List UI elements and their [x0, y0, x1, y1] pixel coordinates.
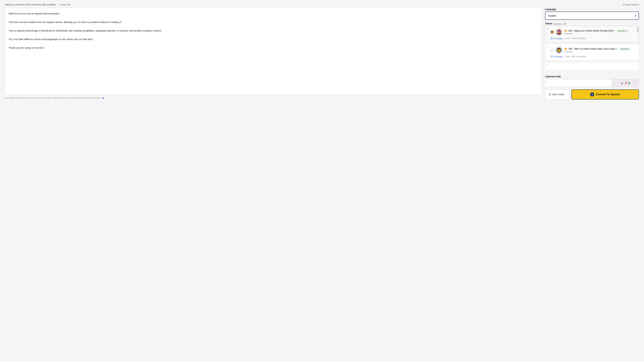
play-icon-2: ▶ — [550, 55, 553, 58]
convert-play-icon: ▶ — [590, 92, 594, 96]
voice-number-3: 3 — [547, 64, 548, 66]
clock-icon: ⊙ — [622, 3, 624, 6]
convert-to-speech-button[interactable]: ▶ Convert To Speech — [572, 90, 639, 100]
captcha-input[interactable] — [545, 79, 612, 87]
char-info: Maximum characters 2000 remaining 1584 a… — [5, 3, 56, 6]
voice-name-1: 🔥 148 - Alayna-us United States Female (… — [564, 29, 628, 32]
captcha-label: Captcha Code — [545, 75, 639, 78]
chevron-down-icon: ▾ — [638, 3, 639, 6]
footer-note: Limit 20000 characters per week (some vo… — [5, 97, 102, 99]
captcha-image: ◆ □ 7 - 3 — [612, 79, 639, 87]
example-button-2[interactable]: ▶ Example — [550, 55, 563, 58]
scrollbar[interactable] — [637, 28, 638, 32]
clear-text-button[interactable]: ◇ Clear Text — [58, 3, 70, 6]
voice-avatar-2: 🧔 — [555, 46, 563, 54]
voice-limit-1: ↓ Limit : 2000 Characters — [564, 37, 586, 40]
voice-card-2[interactable]: 2 🧔 🔥 788 - Alfie-us United States Male … — [545, 44, 639, 60]
voice-radio-2[interactable] — [550, 49, 554, 52]
voice-badge-1: Unlimited — [616, 30, 626, 32]
voice-card-3[interactable]: 3 — [545, 62, 639, 70]
voice-limit-2: ↓ Limit : 5000 Characters — [564, 55, 586, 58]
voice-unlimited-1: Unlimited — [564, 32, 628, 35]
diamond-icon: ◇ — [58, 3, 60, 6]
voice-radio-1[interactable] — [550, 30, 554, 34]
captcha-container: ◆ □ 7 - 3 — [545, 79, 639, 87]
voices-label: Voices — [545, 22, 552, 25]
example-button-1[interactable]: ▶ Example — [550, 37, 563, 40]
voice-name-2: 🔥 788 - Alfie-us United States Male Voic… — [564, 48, 630, 50]
voice-badge-2: Unlimited — [619, 48, 629, 50]
play-icon-1: ▶ — [550, 37, 553, 40]
voice-unlimited-2: Unlimited — [564, 51, 630, 53]
language-select[interactable]: English Spanish French German — [545, 12, 639, 20]
voice-card-1[interactable]: 1 🧕 🔥 148 - Alayna-us United States Fema… — [545, 26, 639, 42]
diamond-icon: ◆ — [102, 96, 104, 99]
voice-number-2: 2 — [547, 46, 548, 48]
voice-avatar-1: 🧕 — [555, 28, 563, 36]
text-input[interactable]: Welcome to our text-to-speech demonstrat… — [5, 8, 542, 95]
settings-icon: ⚙ — [548, 93, 551, 96]
language-label: Language — [545, 8, 639, 10]
voice-number-1: 1 — [547, 28, 548, 30]
insert-pause-button[interactable]: ⊙ Insert Pause ▾ — [622, 3, 639, 6]
voices-selected-count: Selected: 148 — [554, 23, 566, 25]
more-settings-button[interactable]: ⚙ More Settin... — [545, 90, 570, 100]
